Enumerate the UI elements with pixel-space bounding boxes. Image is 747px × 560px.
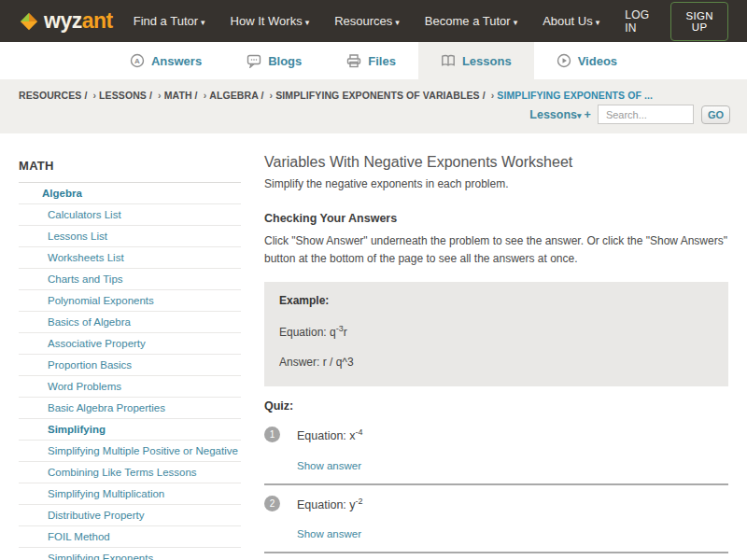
main-column: Variables With Negative Exponents Worksh…	[264, 133, 728, 560]
sidebar-item-distributive-property[interactable]: Distributive Property	[19, 505, 241, 526]
sidebar-heading: MATH	[19, 159, 241, 183]
show-answer-link[interactable]: Show answer	[297, 528, 728, 539]
section-body: Click "Show Answer" underneath the probl…	[264, 232, 728, 268]
question-number-badge: 1	[264, 427, 280, 442]
breadcrumb-separator: ›	[270, 90, 274, 101]
breadcrumb-link[interactable]: MATH /	[164, 90, 198, 101]
search-scope-dropdown[interactable]: Lessons▾	[529, 108, 581, 121]
breadcrumb: RESOURCES / ›LESSONS / ›MATH / ›ALGEBRA …	[19, 79, 728, 101]
sidebar: MATH AlgebraCalculators ListLessons List…	[19, 133, 241, 560]
show-answer-link[interactable]: Show answer	[297, 460, 728, 471]
intro-text: Simplify the negative exponents in each …	[264, 177, 728, 190]
sidebar-item-combining-like-terms-lessons[interactable]: Combining Like Terms Lessons	[19, 462, 241, 483]
breadcrumb-link[interactable]: ALGEBRA /	[209, 90, 263, 101]
example-answer: Answer: r / q^3	[279, 356, 713, 369]
quiz-item-1: 1Equation: x-4Show answer	[264, 416, 728, 484]
wyzant-logo[interactable]: wyzant	[19, 8, 113, 34]
header-nav: Find a Tutor▾How It Works▾Resources▾Beco…	[134, 14, 626, 28]
breadcrumb-link[interactable]: SIMPLIFYING EXPONENTS OF VARIABLES /	[275, 90, 486, 101]
search-input[interactable]	[598, 105, 694, 124]
go-button[interactable]: GO	[701, 105, 730, 124]
sidebar-item-simplifying-multiplication[interactable]: Simplifying Multiplication	[19, 483, 241, 505]
tab-files[interactable]: Files	[324, 42, 418, 79]
tab-label: Blogs	[268, 54, 302, 68]
lessons-icon	[441, 53, 456, 68]
section-heading: Checking Your Answers	[264, 212, 728, 225]
add-scope-button[interactable]: +	[585, 108, 591, 121]
breadcrumb-link[interactable]: LESSONS /	[99, 90, 152, 101]
files-icon	[346, 53, 361, 68]
sidebar-item-associative-property[interactable]: Associative Property	[19, 333, 241, 355]
breadcrumb-separator: ›	[491, 90, 495, 101]
sidebar-item-worksheets-list[interactable]: Worksheets List	[19, 247, 241, 269]
tab-label: Answers	[151, 54, 202, 68]
svg-text:A: A	[134, 57, 140, 65]
sidebar-item-simplifying-multiple-positive-or-negative-signs[interactable]: Simplifying Multiple Positive or Negativ…	[19, 441, 241, 462]
tab-answers[interactable]: AAnswers	[107, 42, 224, 79]
sidebar-item-calculators-list[interactable]: Calculators List	[19, 204, 241, 226]
sidebar-item-basics-of-algebra[interactable]: Basics of Algebra	[19, 312, 241, 333]
tab-videos[interactable]: Videos	[534, 42, 640, 79]
sidebar-item-proportion-basics[interactable]: Proportion Basics	[19, 355, 241, 376]
quiz-list: 1Equation: x-4Show answer2Equation: y-2S…	[264, 416, 728, 560]
quiz-item-3: 3Equation: b-5Show answer	[264, 553, 728, 560]
nav-item-resources[interactable]: Resources▾	[334, 14, 400, 28]
nav-item-about-us[interactable]: About Us▾	[543, 14, 599, 28]
sidebar-item-word-problems[interactable]: Word Problems	[19, 376, 241, 398]
example-equation: Equation: q-3r	[279, 324, 713, 339]
answers-icon: A	[130, 53, 145, 68]
breadcrumb-strip: RESOURCES / ›LESSONS / ›MATH / ›ALGEBRA …	[0, 79, 747, 133]
breadcrumb-current[interactable]: SIMPLIFYING EXPONENTS OF ...	[497, 90, 653, 101]
nav-item-find-a-tutor[interactable]: Find a Tutor▾	[134, 14, 205, 28]
search-row: Lessons▾ + GO	[529, 105, 730, 124]
sidebar-item-simplifying[interactable]: Simplifying	[19, 419, 241, 441]
page-title: Variables With Negative Exponents Worksh…	[264, 154, 728, 171]
wyzant-diamond-icon	[19, 11, 39, 32]
nav-item-how-it-works[interactable]: How It Works▾	[231, 14, 310, 28]
tab-lessons[interactable]: Lessons	[418, 42, 534, 79]
chevron-down-icon: ▾	[596, 18, 600, 27]
question-equation: Equation: y-2	[297, 493, 728, 511]
question-number-badge: 2	[264, 496, 280, 511]
nav-item-become-a-tutor[interactable]: Become a Tutor▾	[425, 14, 517, 28]
resource-tabs-bar: AAnswersBlogsFilesLessonsVideos	[0, 42, 747, 79]
log-in-link[interactable]: LOG IN	[625, 8, 652, 35]
sidebar-item-basic-algebra-properties[interactable]: Basic Algebra Properties	[19, 398, 241, 419]
breadcrumb-separator: ›	[92, 90, 96, 101]
example-heading: Example:	[279, 294, 713, 307]
breadcrumb-link[interactable]: RESOURCES /	[19, 90, 87, 101]
tab-label: Videos	[578, 54, 617, 68]
tab-label: Files	[368, 54, 396, 68]
content-area: MATH AlgebraCalculators ListLessons List…	[0, 133, 747, 560]
top-header: wyzant Find a Tutor▾How It Works▾Resourc…	[0, 0, 747, 42]
chevron-down-icon: ▾	[514, 18, 518, 27]
quiz-item-2: 2Equation: y-2Show answer	[264, 485, 728, 553]
question-equation: Equation: x-4	[297, 424, 728, 442]
quiz-heading: Quiz:	[264, 399, 728, 413]
sidebar-item-charts-and-tips[interactable]: Charts and Tips	[19, 269, 241, 290]
breadcrumb-separator: ›	[204, 90, 207, 101]
tab-blogs[interactable]: Blogs	[224, 42, 324, 79]
example-box: Example: Equation: q-3r Answer: r / q^3	[264, 282, 728, 386]
sidebar-item-algebra[interactable]: Algebra	[19, 183, 241, 204]
chevron-down-icon: ▾	[577, 111, 582, 120]
sidebar-item-foil-method[interactable]: FOIL Method	[19, 526, 241, 548]
breadcrumb-separator: ›	[158, 90, 162, 101]
sign-up-button[interactable]: SIGN UP	[670, 2, 728, 41]
sidebar-item-simplifying-exponents[interactable]: Simplifying Exponents	[19, 548, 241, 560]
chevron-down-icon: ▾	[395, 18, 400, 27]
sidebar-item-lessons-list[interactable]: Lessons List	[19, 226, 241, 247]
sidebar-list: AlgebraCalculators ListLessons ListWorks…	[19, 183, 241, 560]
videos-icon	[557, 53, 571, 68]
wyzant-logo-text: wyzant	[44, 8, 113, 34]
sidebar-item-polynomial-exponents[interactable]: Polynomial Exponents	[19, 290, 241, 312]
chevron-down-icon: ▾	[305, 18, 310, 27]
tab-label: Lessons	[462, 54, 512, 68]
blogs-icon	[247, 53, 261, 68]
chevron-down-icon: ▾	[201, 18, 205, 27]
